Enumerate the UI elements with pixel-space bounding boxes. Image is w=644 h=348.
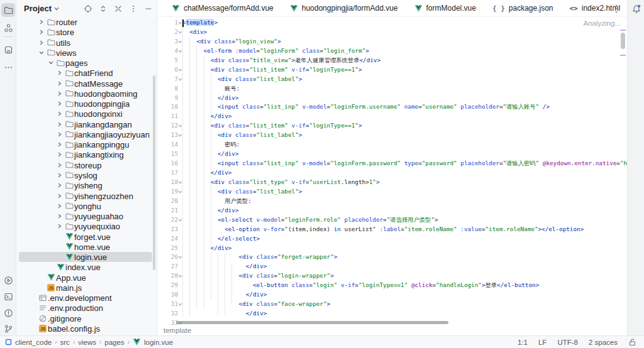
tree-item-forget.vue[interactable]: forget.vue bbox=[16, 232, 157, 242]
tree-item-.env.production[interactable]: .env.production bbox=[16, 303, 157, 313]
code-line-2[interactable]: 2 <div> bbox=[157, 28, 627, 37]
tree-item-syslog[interactable]: syslog bbox=[16, 170, 157, 180]
tree-item-yuyueguahao[interactable]: yuyueguahao bbox=[16, 211, 157, 221]
code-line-24[interactable]: 24 </el-select> bbox=[157, 234, 627, 244]
hide-icon[interactable] bbox=[143, 4, 153, 13]
tree-item-huodongpingjia[interactable]: huodongpingjia bbox=[16, 99, 157, 109]
chevron-right-icon[interactable] bbox=[57, 183, 62, 188]
fold-chevron-icon[interactable] bbox=[178, 300, 182, 309]
fold-chevron-icon[interactable] bbox=[178, 215, 182, 225]
code-line-1[interactable]: 1<template> bbox=[157, 18, 627, 28]
tree-item-pages[interactable]: pages bbox=[16, 58, 157, 68]
code-line-32[interactable]: 32 </div> bbox=[157, 309, 627, 318]
code-line-8[interactable]: 8 账号: bbox=[157, 84, 627, 94]
chevron-right-icon[interactable] bbox=[57, 224, 62, 229]
chevron-right-icon[interactable] bbox=[57, 163, 62, 168]
tree-item-huodongbaoming[interactable]: huodongbaoming bbox=[16, 89, 157, 99]
code-line-28[interactable]: 28 <div class="login-wrapper"> bbox=[157, 271, 627, 281]
line-ending-widget[interactable]: LF bbox=[538, 339, 547, 346]
more-icon[interactable] bbox=[1, 60, 15, 74]
code-line-14[interactable]: 14 密码: bbox=[157, 140, 627, 150]
code-line-13[interactable]: 13 <div class="list_label"> bbox=[157, 131, 627, 140]
chevron-right-icon[interactable] bbox=[57, 152, 62, 157]
tree-item-.env.development[interactable]: .env.development bbox=[16, 293, 157, 303]
lock-open-icon[interactable] bbox=[628, 338, 636, 346]
code-line-17[interactable]: 17 </div> bbox=[157, 168, 627, 178]
tree-item-jiankangtixing[interactable]: jiankangtixing bbox=[16, 150, 157, 160]
code-line-3[interactable]: 3 <div class="login_view"> bbox=[157, 37, 627, 46]
fold-chevron-icon[interactable] bbox=[178, 18, 182, 28]
chevron-right-icon[interactable] bbox=[57, 122, 62, 127]
bookmarks-icon[interactable] bbox=[1, 43, 15, 57]
code-line-18[interactable]: 18 <div class="list_type" v-if="userList… bbox=[157, 178, 627, 187]
code-line-25[interactable]: 25 </div> bbox=[157, 244, 627, 253]
tree-item-utils[interactable]: utils bbox=[16, 38, 157, 48]
tree-item-jiankangdangan[interactable]: jiankangdangan bbox=[16, 119, 157, 129]
code-line-22[interactable]: 22 <el-select v-model="loginForm.role" p… bbox=[157, 215, 627, 225]
project-folder-icon[interactable] bbox=[1, 3, 15, 17]
code-line-30[interactable]: 30 </div> bbox=[157, 290, 627, 300]
tab-options-kebab-icon[interactable]: ⋮ bbox=[611, 0, 621, 17]
more-vert-icon[interactable] bbox=[128, 4, 138, 13]
chevron-right-icon[interactable] bbox=[57, 70, 62, 75]
code-line-11[interactable]: 11 </div> bbox=[157, 112, 627, 121]
code-line-5[interactable]: 5 <div class="title_view">老年人健康管理系统登录</d… bbox=[157, 56, 627, 65]
tree-item-router[interactable]: router bbox=[16, 17, 157, 27]
chevron-right-icon[interactable] bbox=[57, 142, 62, 147]
chevron-down-icon[interactable] bbox=[39, 50, 44, 55]
tree-item-huodongxinxi[interactable]: huodongxinxi bbox=[16, 109, 157, 119]
fold-chevron-icon[interactable] bbox=[178, 28, 182, 37]
fold-chevron-icon[interactable] bbox=[178, 121, 182, 131]
editor-vertical-scrollbar[interactable] bbox=[621, 33, 625, 49]
code-line-12[interactable]: 12 <div class="list_item" v-if="loginTyp… bbox=[157, 121, 627, 131]
collapse-all-icon[interactable] bbox=[113, 4, 123, 13]
code-line-27[interactable]: 27 </div> bbox=[157, 262, 627, 271]
encoding-widget[interactable]: UTF-8 bbox=[557, 339, 578, 346]
tree-item-.gitignore[interactable]: .gitignore bbox=[16, 313, 157, 324]
code-editor[interactable]: 1<template>2 <div>3 <div class="login_vi… bbox=[157, 18, 627, 325]
chevron-down-icon[interactable] bbox=[54, 6, 59, 11]
chevron-right-icon[interactable] bbox=[57, 101, 62, 106]
tree-item-babel.config.js[interactable]: JSbabel.config.js bbox=[16, 324, 157, 334]
structure-icon[interactable] bbox=[1, 21, 15, 35]
expand-collapse-icon[interactable] bbox=[98, 4, 108, 13]
fold-chevron-icon[interactable] bbox=[178, 65, 182, 75]
chevron-down-icon[interactable] bbox=[48, 60, 53, 65]
code-line-6[interactable]: 6 <div class="list_item" v-if="loginType… bbox=[157, 65, 627, 75]
code-line-16[interactable]: 16 <input class="list_inp" v-model="logi… bbox=[157, 159, 627, 168]
chevron-right-icon[interactable] bbox=[39, 40, 44, 45]
problems-icon[interactable] bbox=[1, 306, 15, 320]
tree-item-login.vue[interactable]: login.vue bbox=[16, 252, 157, 262]
fold-chevron-icon[interactable] bbox=[178, 253, 182, 262]
chevron-right-icon[interactable] bbox=[57, 111, 62, 116]
chevron-right-icon[interactable] bbox=[39, 30, 44, 35]
tree-item-App.vue[interactable]: App.vue bbox=[16, 273, 157, 283]
tab-package.json[interactable]: { }package.json bbox=[484, 0, 562, 16]
code-line-7[interactable]: 7 <div class="list_label"> bbox=[157, 75, 627, 84]
tab-chatMessage/formAdd.vue[interactable]: chatMessage/formAdd.vue bbox=[164, 0, 282, 16]
chevron-right-icon[interactable] bbox=[57, 81, 62, 86]
tree-item-yisheng[interactable]: yisheng bbox=[16, 180, 157, 190]
code-line-31[interactable]: 31 <div class="face-wrapper"> bbox=[157, 300, 627, 309]
tree-item-yonghu[interactable]: yonghu bbox=[16, 201, 157, 211]
tree-item-jiankangpinggu[interactable]: jiankangpinggu bbox=[16, 139, 157, 150]
chevron-right-icon[interactable] bbox=[57, 204, 62, 209]
code-line-15[interactable]: 15 </div> bbox=[157, 150, 627, 159]
code-line-9[interactable]: 9 </div> bbox=[157, 94, 627, 103]
tree-item-chatFriend[interactable]: chatFriend bbox=[16, 68, 157, 78]
fold-chevron-icon[interactable] bbox=[178, 271, 182, 281]
code-line-26[interactable]: 26 <div class="forget-wrapper"> bbox=[157, 253, 627, 262]
tree-item-main.js[interactable]: JSmain.js bbox=[16, 283, 157, 293]
tree-item-index.vue[interactable]: index.vue bbox=[16, 262, 157, 272]
code-line-23[interactable]: 23 <el-option v-for="(item,index) in use… bbox=[157, 225, 627, 234]
status-crumb-views[interactable]: views bbox=[78, 339, 96, 346]
code-line-21[interactable]: 21 </div> bbox=[157, 206, 627, 215]
status-crumb-client_code[interactable]: client_code bbox=[15, 339, 52, 346]
terminal-icon[interactable] bbox=[1, 290, 15, 303]
tree-item-views[interactable]: views bbox=[16, 48, 157, 58]
project-widget-icon[interactable] bbox=[5, 339, 12, 345]
tab-huodongpingjia/formAdd.vue[interactable]: huodongpingjia/formAdd.vue bbox=[282, 0, 406, 16]
code-line-10[interactable]: 10 <input class="list_inp" v-model="logi… bbox=[157, 102, 627, 112]
tree-item-yuyuequxiao[interactable]: yuyuequxiao bbox=[16, 221, 157, 231]
breadcrumb-template[interactable]: template bbox=[164, 327, 191, 334]
